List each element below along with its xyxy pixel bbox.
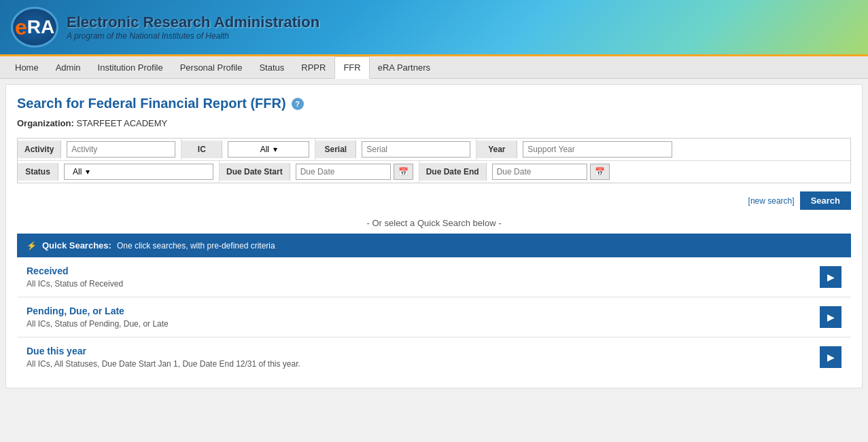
lightning-icon: ⚡ [27, 241, 37, 251]
due-date-end-calendar-btn[interactable]: 📅 [590, 164, 610, 180]
serial-input[interactable] [362, 141, 470, 158]
form-row-2: Status All ▾ Due Date Start 📅 [18, 161, 850, 183]
status-dropdown-btn[interactable]: All ▾ [64, 164, 213, 180]
due-date-end-wrapper: 📅 [487, 161, 615, 183]
nav-rppr[interactable]: RPPR [293, 56, 334, 78]
nav-era-partners[interactable]: eRA Partners [370, 56, 439, 78]
play-icon-3: ▶ [827, 352, 835, 363]
search-button[interactable]: Search [800, 191, 851, 210]
new-search-link[interactable]: [new search] [748, 196, 795, 206]
quick-search-pending-desc: All ICs, Status of Pending, Due, or Late [27, 319, 169, 329]
status-field: Status All ▾ [18, 161, 220, 183]
or-select-text: - Or select a Quick Search below - [17, 218, 851, 228]
status-chevron-icon: ▾ [86, 167, 90, 177]
due-date-start-field: Due Date Start 📅 [220, 161, 419, 183]
header-text: Electronic Research Administration A pro… [67, 14, 319, 41]
nav-bar: Home Admin Institution Profile Personal … [0, 54, 868, 79]
page-title-container: Search for Federal Financial Report (FFR… [17, 96, 851, 111]
quick-search-pending: Pending, Due, or Late All ICs, Status of… [17, 297, 851, 337]
quick-search-pending-btn[interactable]: ▶ [820, 306, 841, 328]
activity-input-wrapper [61, 139, 181, 160]
quick-search-received: Received All ICs, Status of Received ▶ [17, 257, 851, 297]
due-date-end-label: Due Date End [419, 163, 487, 181]
nav-institution-profile[interactable]: Institution Profile [90, 56, 172, 78]
calendar-end-icon: 📅 [595, 167, 605, 177]
quick-search-received-btn[interactable]: ▶ [820, 266, 841, 288]
due-date-start-label: Due Date Start [220, 163, 290, 181]
serial-input-wrapper [356, 139, 476, 160]
form-row-1: Activity IC All ▾ Serial [18, 139, 850, 161]
status-value: All [73, 167, 82, 177]
year-input-wrapper [517, 139, 678, 160]
quick-search-due-year: Due this year All ICs, All Statuses, Due… [17, 337, 851, 377]
org-line: Organization: STARFEET ACADEMY [17, 118, 851, 128]
play-icon-2: ▶ [827, 312, 835, 323]
ic-field: IC All ▾ [181, 139, 315, 160]
activity-label: Activity [18, 141, 61, 158]
serial-label: Serial [315, 141, 356, 158]
org-name-value: STARFEET ACADEMY [76, 118, 167, 128]
due-date-end-input[interactable] [492, 164, 587, 180]
ic-chevron-icon: ▾ [273, 145, 277, 154]
quick-search-due-year-title: Due this year [27, 346, 300, 356]
ic-dropdown-btn[interactable]: All ▾ [228, 141, 309, 158]
due-date-start-wrapper: 📅 [290, 161, 419, 183]
header: eRA Electronic Research Administration A… [0, 0, 868, 54]
calendar-icon: 📅 [398, 167, 409, 177]
quick-searches-container: ⚡ Quick Searches: One click searches, wi… [17, 234, 851, 377]
serial-field: Serial [315, 139, 476, 160]
header-subtitle: A program of the National Institutes of … [67, 31, 319, 41]
activity-input[interactable] [67, 141, 175, 158]
nav-ffr[interactable]: FFR [334, 56, 369, 79]
quick-search-due-year-btn[interactable]: ▶ [820, 346, 841, 368]
due-date-start-calendar-btn[interactable]: 📅 [394, 164, 413, 180]
quick-search-received-text: Received All ICs, Status of Received [27, 265, 123, 289]
nav-status[interactable]: Status [251, 56, 293, 78]
quick-search-pending-text: Pending, Due, or Late All ICs, Status of… [27, 306, 169, 329]
quick-searches-title: Quick Searches: [42, 240, 111, 251]
due-date-end-field: Due Date End 📅 [419, 161, 850, 183]
era-logo: eRA [11, 7, 58, 48]
year-input[interactable] [523, 141, 672, 158]
quick-search-due-year-text: Due this year All ICs, All Statuses, Due… [27, 346, 300, 369]
status-input-wrapper: All ▾ [58, 161, 219, 183]
quick-searches-subtitle: One click searches, with pre-defined cri… [117, 241, 275, 251]
ic-input-wrapper: All ▾ [222, 139, 315, 160]
ic-label: IC [181, 141, 222, 158]
play-icon-1: ▶ [827, 272, 835, 282]
year-label: Year [476, 141, 517, 158]
header-title: Electronic Research Administration [67, 14, 319, 31]
page-title: Search for Federal Financial Report (FFR… [17, 96, 286, 111]
help-icon[interactable]: ? [292, 98, 304, 110]
ic-value: All [260, 145, 269, 154]
quick-search-received-title: Received [27, 265, 123, 276]
search-actions: [new search] Search [17, 189, 851, 213]
era-ra: RA [27, 16, 54, 38]
quick-search-received-desc: All ICs, Status of Received [27, 279, 123, 289]
status-label: Status [18, 163, 58, 181]
due-date-start-input[interactable] [296, 164, 391, 180]
activity-field: Activity [18, 139, 181, 160]
quick-search-pending-title: Pending, Due, or Late [27, 306, 169, 316]
main-content: Search for Federal Financial Report (FFR… [5, 84, 863, 388]
search-form: Activity IC All ▾ Serial [17, 138, 851, 183]
year-field: Year [476, 139, 850, 160]
nav-admin[interactable]: Admin [48, 56, 90, 78]
org-label: Organization: [17, 118, 74, 128]
header-logo: eRA Electronic Research Administration A… [11, 7, 319, 48]
quick-search-due-year-desc: All ICs, All Statuses, Due Date Start Ja… [27, 359, 300, 369]
nav-personal-profile[interactable]: Personal Profile [172, 56, 251, 78]
nav-home[interactable]: Home [7, 56, 48, 78]
quick-searches-header: ⚡ Quick Searches: One click searches, wi… [17, 234, 851, 257]
era-e: e [15, 15, 27, 40]
